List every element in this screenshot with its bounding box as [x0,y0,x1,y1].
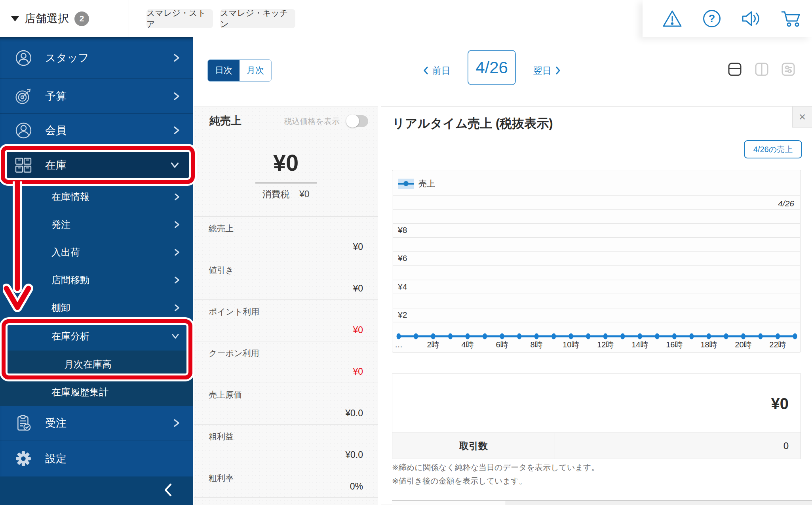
svg-text:2時: 2時 [427,340,439,349]
target-icon [14,87,32,105]
tax-toggle-label: 税込価格を表示 [284,116,340,127]
header-divider [129,0,129,37]
app-window: 店舗選択 2 スマレジ・ストア スマレジ・キッチン ? [0,0,812,505]
stat-row-gross-margin: 粗利率 0% [194,466,378,498]
top-header: 店舗選択 2 スマレジ・ストア スマレジ・キッチン ? [0,0,812,37]
realtime-sales-panel: リアルタイム売上 (税抜表示) × 4/26の売上 ¥8¥6¥4¥2…2時4時6… [381,106,812,505]
sidebar-item-inventory-history[interactable]: 在庫履歴集計 [0,378,193,406]
sidebar-collapse-button[interactable] [0,476,193,505]
svg-text:10時: 10時 [563,340,579,349]
sidebar-nav: スタッフ 予算 会員 [0,37,193,505]
sidebar-item-budget[interactable]: 予算 [0,79,193,114]
chevron-down-icon [170,162,180,168]
stat-row-coupons-used: クーポン利用 ¥0 [194,341,378,383]
svg-text:¥8: ¥8 [397,225,407,234]
gear-icon [14,450,32,468]
sidebar-item-ordering[interactable]: 発注 [0,211,193,238]
stat-row-gross-profit: 粗利益 ¥0.0 [194,425,378,466]
svg-text:22時: 22時 [769,340,786,349]
sidebar-item-inventory-analysis[interactable]: 在庫分析 [0,322,193,351]
layout-horizontal-split-button[interactable] [728,62,742,76]
svg-text:12時: 12時 [597,340,614,349]
transactions-label: 取引数 [392,433,555,459]
chevron-left-icon [423,67,428,74]
tab-smaregi-kitchen[interactable]: スマレジ・キッチン [220,9,295,28]
cart-icon[interactable] [780,8,802,29]
legend-line-marker-icon [398,179,414,189]
chevron-right-icon [174,192,180,201]
next-day-button[interactable]: 翌日 [533,59,561,82]
monthly-tab[interactable]: 月次 [240,60,271,81]
realtime-sales-chart: ¥8¥6¥4¥2…2時4時6時8時10時12時14時16時18時20時22時 売… [392,170,801,353]
consumption-tax: 消費税 ¥0 [194,188,378,200]
chart-legend: 売上 [398,178,435,189]
sidebar-item-staff[interactable]: スタッフ [0,37,193,79]
tab-smaregi-store[interactable]: スマレジ・ストア [146,9,213,28]
net-sales-amount: ¥0 [194,149,378,176]
member-icon [14,121,32,139]
svg-text:14時: 14時 [631,340,648,349]
stat-row-gross-sales: 総売上 ¥0 [194,217,378,258]
chevron-right-icon [555,67,561,74]
chevron-right-icon [174,220,180,229]
net-sales-title: 純売上 [209,114,242,128]
date-picker[interactable]: 4/26 [468,50,516,85]
sidebar-item-members[interactable]: 会員 [0,114,193,147]
chevron-right-icon [173,91,180,101]
svg-text:¥6: ¥6 [397,253,407,263]
chart-date-annotation: 4/26 [778,199,794,208]
date-sales-button[interactable]: 4/26の売上 [744,140,802,158]
store-selector[interactable]: 店舗選択 2 [11,0,89,37]
stat-row-points-used: ポイント利用 ¥0 [194,300,378,341]
chevron-right-icon [174,303,180,312]
sidebar-item-inventory[interactable]: 在庫 [0,147,193,183]
svg-text:16時: 16時 [666,340,683,349]
svg-text:¥4: ¥4 [397,282,407,291]
svg-text:8時: 8時 [531,340,543,349]
sidebar-item-orders-received[interactable]: 受注 [0,406,193,440]
transactions-box: ¥0 取引数 0 [392,374,801,459]
close-icon[interactable]: × [792,107,812,128]
stat-row-discount: 値引き ¥0 [194,258,378,300]
chevron-right-icon [173,418,180,428]
sidebar-item-store-transfer[interactable]: 店間移動 [0,266,193,294]
sidebar-item-monthly-inventory-value[interactable]: 月次在庫高 [0,351,193,378]
alert-icon[interactable] [662,8,683,29]
tax-included-toggle[interactable] [346,115,368,127]
stat-row-cost-of-sales: 売上原価 ¥0.0 [194,383,378,425]
header-icons-card: ? [643,0,812,37]
inventory-boxes-icon [14,156,32,174]
chevron-right-icon [173,53,180,63]
divider [255,183,317,183]
prev-day-button[interactable]: 前日 [423,59,451,82]
layout-vertical-split-button[interactable] [755,62,769,76]
next-section-edge [392,500,812,505]
announcement-icon[interactable] [741,8,762,29]
help-icon[interactable]: ? [701,8,723,29]
svg-text:…: … [395,340,403,349]
sidebar-item-shipments[interactable]: 入出荷 [0,238,193,266]
svg-text:6時: 6時 [496,340,508,349]
svg-text:20時: 20時 [735,340,751,349]
chevron-right-icon [174,248,180,257]
sidebar-item-stocktaking[interactable]: 棚卸 [0,294,193,322]
chart-plot: ¥8¥6¥4¥2…2時4時6時8時10時12時14時16時18時20時22時 [392,170,801,352]
daily-tab[interactable]: 日次 [208,60,240,81]
chevron-right-icon [174,276,180,284]
chevron-left-icon [163,483,173,499]
net-sales-panel: 純売上 税込価格を表示 ¥0 消費税 ¥0 総売上 ¥0 値引き ¥0 ポイント… [194,106,378,505]
svg-text:?: ? [709,13,715,25]
svg-text:18時: 18時 [700,340,717,349]
note-line-2: ※値引き後の金額を表示しています。 [392,476,527,486]
clipboard-check-icon [14,414,32,432]
staff-icon [14,49,32,67]
svg-text:4時: 4時 [462,340,474,349]
realtime-sales-title: リアルタイム売上 (税抜表示) [392,115,553,132]
chevron-down-icon [171,333,180,339]
period-toggle: 日次 月次 [207,59,272,82]
sidebar-item-inventory-info[interactable]: 在庫情報 [0,183,193,211]
layout-settings-button[interactable] [781,62,795,76]
sidebar-item-settings[interactable]: 設定 [0,440,193,476]
sales-stat-rows: 総売上 ¥0 値引き ¥0 ポイント利用 ¥0 クーポン利用 ¥0 売上原価 ¥… [194,216,378,498]
caret-down-icon [11,16,19,21]
